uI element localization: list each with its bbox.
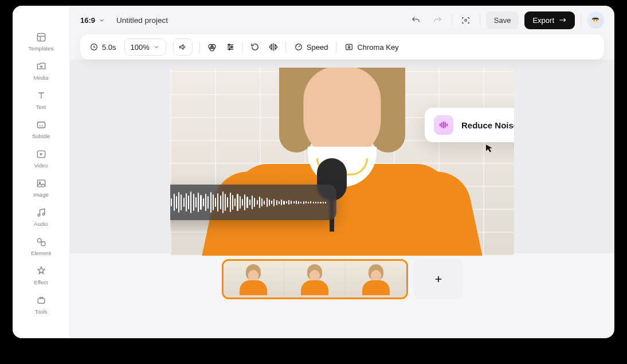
svg-point-18 <box>228 44 230 46</box>
sidebar-item-audio[interactable]: Audio <box>21 205 61 229</box>
svg-rect-8 <box>41 242 45 246</box>
media-icon <box>36 61 47 72</box>
clip-thumb <box>284 261 345 298</box>
sidebar-item-media[interactable]: Media <box>21 59 61 83</box>
redo-button[interactable] <box>430 12 446 28</box>
svg-rect-3 <box>37 180 45 187</box>
reduce-noise-icon <box>434 115 453 135</box>
svg-point-12 <box>594 20 595 21</box>
chevron-down-icon <box>99 17 105 24</box>
divider <box>336 41 336 53</box>
zoom-value: 100% <box>131 43 150 52</box>
audio-icon <box>36 207 47 218</box>
tools-icon <box>36 295 47 306</box>
chroma-label: Chroma Key <box>357 43 398 52</box>
cursor-icon <box>484 142 495 155</box>
sidebar-label: Video <box>34 162 48 169</box>
export-label: Export <box>532 16 554 25</box>
preview-subject <box>216 78 468 256</box>
svg-point-7 <box>37 238 41 242</box>
rotate-icon[interactable] <box>250 42 260 52</box>
sidebar-label: Text <box>36 104 46 110</box>
aspect-ratio-selector[interactable]: 16:9 <box>80 16 105 25</box>
duration-value: 5.0s <box>102 43 116 52</box>
sidebar-item-element[interactable]: Element <box>21 234 61 258</box>
sidebar-label: Media <box>34 75 49 81</box>
templates-icon <box>36 32 47 43</box>
svg-rect-1 <box>37 122 45 128</box>
sidebar-label: Audio <box>34 221 48 227</box>
duration-chip[interactable]: 5.0s <box>88 38 117 56</box>
reduce-noise-card[interactable]: Reduce Noise <box>425 108 514 142</box>
divider <box>199 41 200 53</box>
text-icon <box>36 90 47 101</box>
audio-waveform-overlay <box>170 185 336 220</box>
export-button[interactable]: Export <box>524 11 575 29</box>
sidebar-label: Templates <box>29 45 53 52</box>
speed-icon <box>294 42 303 52</box>
divider <box>285 41 286 53</box>
scan-icon <box>461 15 471 25</box>
canvas-area: Reduce Noise <box>80 68 604 299</box>
clip-thumb <box>345 261 406 298</box>
redo-icon <box>433 15 442 25</box>
effect-icon <box>36 265 47 277</box>
clock-icon <box>89 42 99 52</box>
main-area: 16:9 Untitled project Save Export <box>70 6 614 338</box>
flip-icon[interactable] <box>268 42 279 52</box>
divider <box>242 41 243 53</box>
svg-point-10 <box>465 19 467 21</box>
chevron-down-icon <box>153 44 160 50</box>
sidebar-item-effect[interactable]: Effect <box>21 264 61 287</box>
svg-point-20 <box>229 48 230 50</box>
avatar-icon <box>589 14 602 26</box>
adjust-icon[interactable] <box>225 42 236 52</box>
divider <box>581 14 581 26</box>
sidebar-item-text[interactable]: Text <box>21 88 61 112</box>
color-icon[interactable] <box>207 42 217 52</box>
speed-button[interactable]: Speed <box>293 38 330 56</box>
add-clip-button[interactable] <box>414 259 463 299</box>
chroma-button[interactable]: Chroma Key <box>343 38 399 56</box>
speed-label: Speed <box>307 43 328 52</box>
svg-point-11 <box>591 16 601 25</box>
divider <box>480 14 480 26</box>
element-icon <box>36 236 47 248</box>
volume-button[interactable] <box>173 38 193 56</box>
project-title[interactable]: Untitled project <box>116 16 168 25</box>
svg-point-13 <box>596 20 597 21</box>
arrow-right-icon <box>559 17 567 23</box>
svg-point-6 <box>42 213 45 216</box>
svg-point-5 <box>38 214 40 216</box>
undo-button[interactable] <box>408 12 424 28</box>
volume-icon <box>178 42 187 52</box>
sidebar: Templates Media Text Subtitle Video Imag… <box>13 6 70 338</box>
subtitle-icon <box>36 119 47 131</box>
aspect-ratio-value: 16:9 <box>80 16 95 25</box>
zoom-chip[interactable]: 100% <box>124 38 166 56</box>
save-button[interactable]: Save <box>486 11 519 29</box>
svg-point-19 <box>231 46 233 48</box>
crop-button[interactable] <box>458 12 474 28</box>
video-preview[interactable]: Reduce Noise <box>170 68 514 256</box>
video-icon <box>36 148 47 160</box>
svg-point-23 <box>348 46 350 48</box>
sidebar-label: Subtitle <box>32 133 50 139</box>
sidebar-item-tools[interactable]: Tools <box>21 293 61 316</box>
sidebar-label: Effect <box>34 279 48 285</box>
topbar: 16:9 Untitled project Save Export <box>70 6 614 34</box>
clip-thumb <box>224 261 284 298</box>
user-avatar[interactable] <box>587 11 604 29</box>
toolbar: 5.0s 100% Speed <box>80 34 604 60</box>
sidebar-item-image[interactable]: Image <box>21 176 61 199</box>
plus-icon <box>433 274 444 284</box>
sidebar-item-video[interactable]: Video <box>21 147 61 170</box>
app-window: Templates Media Text Subtitle Video Imag… <box>13 6 614 338</box>
timeline-clip[interactable] <box>222 259 408 299</box>
timeline-track <box>222 259 463 299</box>
sidebar-item-subtitle[interactable]: Subtitle <box>21 118 61 141</box>
sidebar-label: Tools <box>34 308 47 315</box>
divider <box>452 14 452 26</box>
sidebar-item-templates[interactable]: Templates <box>21 30 61 53</box>
image-icon <box>36 178 47 189</box>
